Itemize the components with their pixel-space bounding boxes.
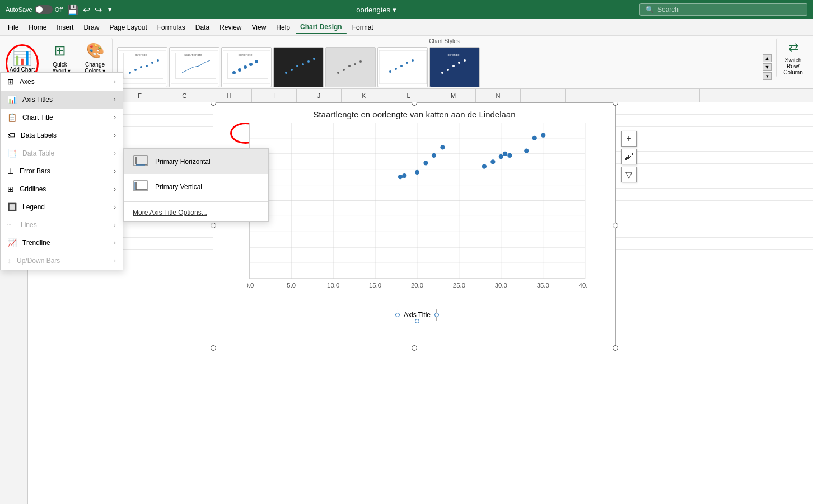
chart-handle-bc[interactable]	[412, 345, 417, 351]
search-input[interactable]	[657, 6, 792, 13]
menu-view[interactable]: View	[247, 21, 271, 34]
col-j: J	[297, 89, 342, 102]
axes-icon: ⊞	[7, 77, 14, 86]
menu-page-layout[interactable]: Page Layout	[105, 21, 151, 34]
scatter-point	[524, 149, 529, 153]
primary-horizontal-label: Primary Horizontal	[155, 158, 211, 166]
chart-svg: 0.00 0.50 1.00 1.50 2.00 2.50 3.00 3.50 …	[247, 123, 587, 296]
search-icon: 🔍	[646, 6, 654, 13]
axis-title-handle-left[interactable]	[395, 313, 400, 317]
lines-arrow: ›	[114, 221, 116, 229]
menu-file[interactable]: File	[3, 21, 23, 34]
cell-f9[interactable]	[118, 102, 162, 115]
chart-style-2[interactable]: staartlengte	[169, 47, 219, 87]
scatter-point	[415, 170, 419, 175]
menu-draw[interactable]: Draw	[79, 21, 104, 34]
chart-container[interactable]: Staartlengte en oorlengte van katten aan…	[213, 102, 616, 348]
scatter-point	[482, 164, 487, 168]
menu-formulas[interactable]: Formulas	[153, 21, 190, 34]
chart-style-3[interactable]: oorlengte	[221, 47, 272, 87]
axis-titles-submenu: Primary Horizontal Primary Vertical More…	[123, 148, 269, 222]
svg-rect-36	[379, 50, 427, 84]
scroll-up-button[interactable]: ▲	[763, 54, 772, 62]
menu-help[interactable]: Help	[272, 21, 295, 34]
switch-icon: ⇄	[788, 40, 798, 55]
undo-icon[interactable]: ↩	[83, 4, 90, 15]
scatter-point	[432, 153, 436, 158]
chart-style-btn[interactable]: 🖌	[621, 149, 637, 164]
col-h: H	[207, 89, 252, 102]
chart-title-arrow: ›	[114, 114, 116, 121]
menu-chart-design[interactable]: Chart Design	[296, 21, 347, 34]
search-bar[interactable]: 🔍	[639, 3, 807, 16]
quick-layout-button[interactable]: ⊞ QuickLayout ▾	[43, 38, 77, 77]
cell-f10[interactable]	[118, 115, 162, 127]
trendline-icon: 📈	[7, 238, 17, 247]
axis-title-handle-right[interactable]	[434, 313, 439, 317]
scroll-more-button[interactable]: ▾	[763, 72, 772, 80]
chart-handle-mr[interactable]	[613, 223, 618, 228]
quick-access-icon[interactable]: ▼	[106, 6, 113, 13]
chart-style-6[interactable]	[377, 47, 428, 87]
cell-g9[interactable]	[162, 102, 207, 115]
updown-arrow: ›	[114, 257, 116, 265]
dropdown-data-table: 📑 Data Table ›	[1, 144, 123, 162]
chart-style-7[interactable]: oorlengte	[429, 47, 480, 87]
more-axis-title-options[interactable]: More Axis Title Options...	[124, 204, 268, 221]
chart-style-1[interactable]: average	[117, 47, 167, 87]
svg-point-44	[441, 72, 443, 74]
svg-point-5	[140, 66, 142, 68]
primary-vertical-item[interactable]: Primary Vertical	[124, 174, 268, 199]
chart-style-4[interactable]	[273, 47, 324, 87]
axis-title-handle-bottom[interactable]	[415, 319, 419, 323]
cell-g10[interactable]	[162, 115, 207, 127]
chart-add-element-btn[interactable]: +	[621, 131, 637, 147]
dropdown-error-bars[interactable]: ⊥ Error Bars ›	[1, 162, 123, 180]
menu-format[interactable]: Format	[348, 21, 378, 34]
autosave-toggle[interactable]	[35, 5, 53, 14]
svg-text:25.0: 25.0	[453, 282, 465, 289]
cell-f11[interactable]	[118, 127, 162, 139]
menu-review[interactable]: Review	[215, 21, 246, 34]
col-i: I	[252, 89, 297, 102]
scatter-point	[532, 136, 537, 140]
chart-style-5[interactable]	[325, 47, 376, 87]
dropdown-trendline[interactable]: 📈 Trendline ›	[1, 234, 123, 252]
chart-handle-bl[interactable]	[211, 345, 216, 351]
chart-filter-btn[interactable]: ▽	[621, 167, 637, 182]
dropdown-axis-titles[interactable]: 📊 Axis Titles ›	[1, 91, 123, 109]
svg-point-32	[343, 69, 345, 71]
save-icon[interactable]: 💾	[67, 4, 78, 15]
axes-arrow: ›	[114, 78, 116, 86]
dropdown-data-labels[interactable]: 🏷 Data Labels ›	[1, 126, 123, 144]
redo-icon[interactable]: ↪	[95, 4, 102, 15]
primary-horizontal-item[interactable]: Primary Horizontal	[124, 149, 268, 174]
svg-point-29	[313, 58, 315, 60]
svg-text:30.0: 30.0	[495, 282, 507, 289]
switch-row-column-button[interactable]: ⇄ SwitchRow/Column	[776, 38, 810, 77]
menu-insert[interactable]: Insert	[52, 21, 78, 34]
change-colors-button[interactable]: 🎨 ChangeColors ▾	[79, 38, 113, 77]
primary-vertical-icon	[133, 180, 148, 194]
dropdown-updown-bars: ↕ Up/Down Bars ›	[1, 252, 123, 270]
svg-rect-52	[136, 164, 145, 166]
chart-title[interactable]: Staartlengte en oorlengte van katten aan…	[213, 103, 615, 123]
chart-handle-br[interactable]	[613, 345, 618, 351]
dropdown-chart-title[interactable]: 📋 Chart Title ›	[1, 109, 123, 126]
scatter-point	[423, 161, 428, 165]
scroll-down-button[interactable]: ▼	[763, 63, 772, 71]
dropdown-axes[interactable]: ⊞ Axes ›	[1, 73, 123, 91]
legend-arrow: ›	[114, 203, 116, 211]
data-labels-arrow: ›	[114, 131, 116, 139]
dropdown-legend[interactable]: 🔲 Legend ›	[1, 198, 123, 216]
dropdown-gridlines[interactable]: ⊞ Gridlines ›	[1, 180, 123, 198]
document-title: oorlengtes ▾	[113, 6, 639, 14]
menu-home[interactable]: Home	[24, 21, 51, 34]
chart-handle-ml[interactable]	[211, 223, 216, 228]
chart-buttons: + 🖌 ▽	[621, 131, 637, 182]
chart-styles-scroll[interactable]: ▲ ▼ ▾	[763, 54, 772, 80]
svg-point-34	[354, 63, 356, 65]
col-headers: D E F G H I J K L M N	[28, 89, 813, 102]
menu-data[interactable]: Data	[191, 21, 214, 34]
col-extra2	[566, 89, 610, 102]
